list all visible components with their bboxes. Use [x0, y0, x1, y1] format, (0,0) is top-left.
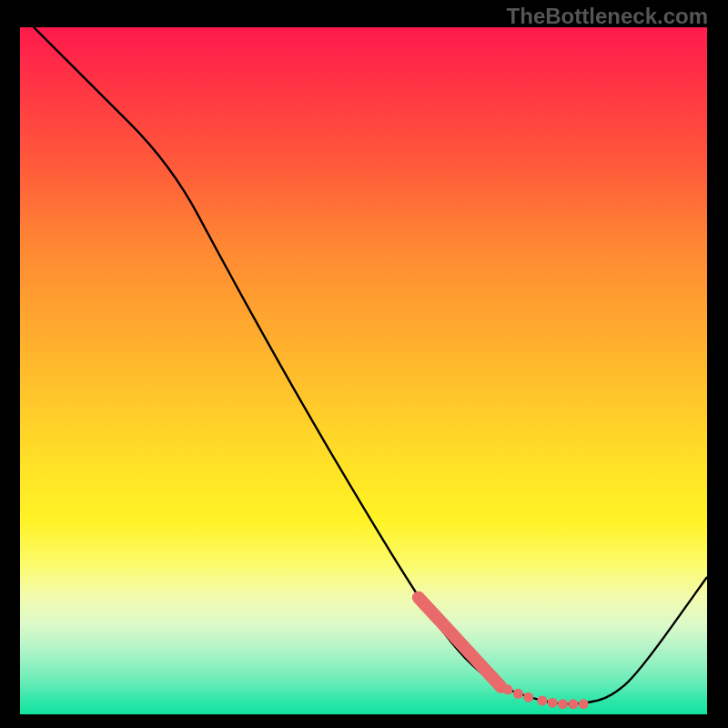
highlight-dots — [503, 684, 589, 709]
highlight-dot — [568, 699, 578, 709]
highlight-dot — [523, 693, 533, 703]
highlight-dot — [513, 689, 523, 699]
watermark-text: TheBottleneck.com — [507, 4, 708, 29]
highlight-dot — [579, 699, 589, 709]
highlight-dot — [548, 698, 558, 708]
highlight-segment — [419, 598, 501, 687]
gradient-plot-area — [20, 27, 707, 714]
chart-svg — [20, 27, 707, 714]
bottleneck-curve — [20, 14, 707, 704]
highlight-dot — [558, 699, 568, 709]
highlight-dot — [537, 695, 547, 705]
highlight-dot — [503, 684, 513, 694]
